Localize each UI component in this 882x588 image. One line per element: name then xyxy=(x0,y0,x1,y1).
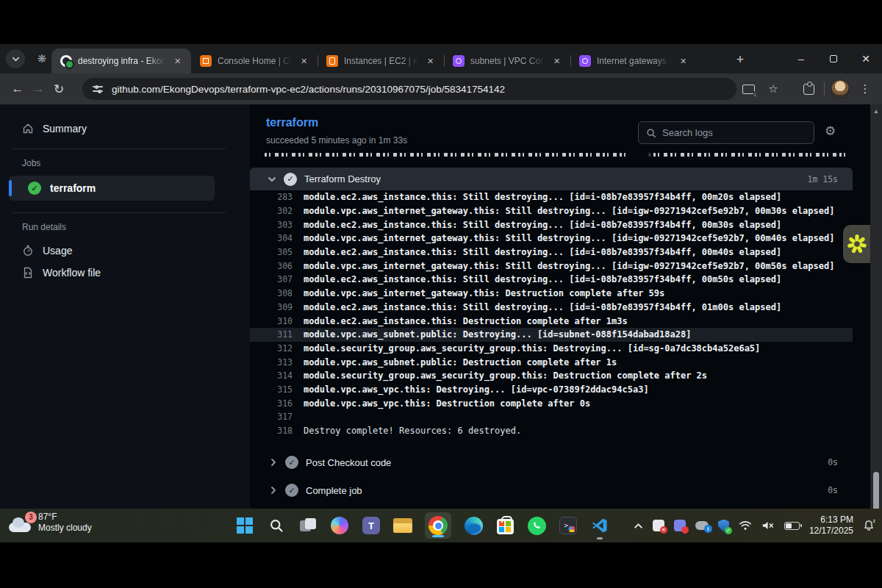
log-line-number[interactable]: 302 xyxy=(250,206,293,216)
log-line-number[interactable]: 304 xyxy=(250,233,293,243)
log-line-number[interactable]: 308 xyxy=(250,288,293,298)
vscode-button[interactable] xyxy=(590,516,609,535)
scroll-up-arrow[interactable]: ▲ xyxy=(870,108,882,115)
tab-close-button[interactable]: ✕ xyxy=(551,55,563,68)
windows-security-tray-icon[interactable] xyxy=(718,520,729,532)
log-line-number[interactable]: 305 xyxy=(250,247,293,257)
antivirus-tray-icon[interactable]: ✕ xyxy=(653,520,664,531)
github-page: Summary Jobs ✓ terraform Run details Usa… xyxy=(0,104,882,509)
browser-tab[interactable]: Instances | EC2 | eu-nor ✕ xyxy=(318,49,444,74)
notification-badge: 3 xyxy=(25,512,37,523)
edge-button[interactable] xyxy=(464,516,483,535)
browser-tab[interactable]: Console Home | Consol ✕ xyxy=(191,49,318,74)
browser-tab[interactable]: Internet gateways | VPC ✕ xyxy=(570,49,697,74)
url-text[interactable]: github.com/EkongDevops/terraform-vpc-ec2… xyxy=(112,84,505,95)
notification-center-button[interactable]: z xyxy=(863,520,875,531)
microsoft-store-button[interactable] xyxy=(495,516,514,535)
taskbar-search-button[interactable] xyxy=(267,516,286,535)
sidebar-item-usage[interactable]: Usage xyxy=(0,240,250,262)
step-terraform-destroy[interactable]: ✓ Terraform Destroy 1m 15s xyxy=(250,168,853,190)
log-line-text: module.ec2.aws_instance.this: Still dest… xyxy=(304,247,781,257)
back-button[interactable]: ← xyxy=(7,79,28,99)
log-line-number[interactable]: 283 xyxy=(250,192,293,202)
site-settings-icon[interactable] xyxy=(93,85,104,93)
scrollbar-thumb[interactable] xyxy=(873,472,879,512)
volume-button[interactable] xyxy=(761,520,775,531)
whatsapp-button[interactable] xyxy=(527,516,546,535)
chevron-right-icon[interactable] xyxy=(269,458,278,467)
tab-search-button[interactable] xyxy=(6,49,25,68)
log-line-number[interactable]: 317 xyxy=(250,412,293,422)
job-name-label: terraform xyxy=(50,182,96,194)
tab-close-button[interactable]: ✕ xyxy=(298,55,310,68)
step-complete-job[interactable]: ✓ Complete job 0s xyxy=(250,479,853,501)
teams-button[interactable]: T xyxy=(362,516,381,535)
install-icon xyxy=(742,85,755,94)
hidden-icons-button[interactable] xyxy=(634,521,643,531)
maximize-button[interactable] xyxy=(817,44,850,74)
task-view-button[interactable] xyxy=(298,516,318,535)
scroll-down-arrow[interactable]: ▼ xyxy=(870,498,882,505)
extensions-button[interactable] xyxy=(799,79,818,98)
log-line-number[interactable]: 316 xyxy=(250,398,293,409)
browser-menu-button[interactable]: ⋮ xyxy=(856,79,875,98)
close-window-button[interactable]: ✕ xyxy=(850,44,882,74)
log-line-number[interactable]: 303 xyxy=(250,220,293,230)
job-title[interactable]: terraform xyxy=(266,116,318,129)
terminal-button[interactable]: >_ xyxy=(559,516,578,535)
chrome-button-active[interactable] xyxy=(425,512,451,539)
browser-tab[interactable]: destroying infra - Ekong ✕ xyxy=(51,49,191,74)
log-line-number[interactable]: 309 xyxy=(250,302,293,312)
log-line-number[interactable]: 318 xyxy=(250,426,293,436)
weather-widget[interactable]: 3 87°F Mostly cloudy xyxy=(7,512,92,534)
assistant-flyout-tab[interactable] xyxy=(843,225,870,263)
log-line-number[interactable]: 307 xyxy=(250,274,293,284)
install-app-button[interactable] xyxy=(739,79,758,98)
sidebar-item-job-terraform[interactable]: ✓ terraform xyxy=(9,176,215,201)
tab-close-button[interactable]: ✕ xyxy=(171,55,184,68)
start-button[interactable] xyxy=(235,516,254,535)
clock-date: 12/17/2025 xyxy=(809,526,853,537)
teams-tray-icon[interactable] xyxy=(674,520,686,531)
browser-tab[interactable]: subnets | VPC Console ✕ xyxy=(444,49,570,74)
log-line: 309 module.ec2.aws_instance.this: Still … xyxy=(250,301,853,315)
sidebar-divider xyxy=(12,212,226,213)
forward-button[interactable]: → xyxy=(28,79,49,99)
minimize-button[interactable]: – xyxy=(785,44,817,74)
search-logs-box[interactable] xyxy=(638,121,814,144)
new-tab-button[interactable]: + xyxy=(731,51,749,68)
log-line-number[interactable]: 313 xyxy=(250,357,293,368)
taskbar-clock[interactable]: 6:13 PM 12/17/2025 xyxy=(809,514,853,537)
tab-title: Internet gateways | VPC xyxy=(597,56,671,66)
file-explorer-button[interactable] xyxy=(393,516,412,535)
log-line-number[interactable]: 306 xyxy=(250,261,293,271)
tab-favicon xyxy=(200,55,212,67)
chevron-down-icon[interactable] xyxy=(268,175,276,184)
sidebar-item-workflow-file[interactable]: Workflow file xyxy=(0,262,250,284)
log-line: 311 module.vpc.aws_subnet.public: Destro… xyxy=(250,328,853,342)
reload-button[interactable]: ↻ xyxy=(49,79,69,99)
log-line-number[interactable]: 310 xyxy=(250,316,293,326)
vscode-icon xyxy=(592,517,608,534)
search-logs-input[interactable] xyxy=(662,127,787,138)
job-status-text: succeeded 5 minutes ago in 1m 33s xyxy=(266,135,407,146)
wifi-button[interactable] xyxy=(739,520,752,531)
battery-button[interactable] xyxy=(784,522,800,530)
log-line-number[interactable]: 311 xyxy=(250,329,293,340)
log-line-number[interactable]: 312 xyxy=(250,343,293,354)
profile-avatar[interactable] xyxy=(831,79,850,98)
tab-close-button[interactable]: ✕ xyxy=(424,55,437,68)
address-bar[interactable]: github.com/EkongDevops/terraform-vpc-ec2… xyxy=(82,78,736,100)
bookmark-button[interactable]: ☆ xyxy=(764,79,783,98)
tab-close-button[interactable]: ✕ xyxy=(677,55,689,68)
step-post-checkout-code[interactable]: ✓ Post Checkout code 0s xyxy=(250,451,853,473)
onedrive-tray-icon[interactable] xyxy=(695,521,709,530)
sidebar-item-summary[interactable]: Summary xyxy=(0,118,250,140)
task-view-icon xyxy=(300,518,316,533)
log-line-number[interactable]: 315 xyxy=(250,384,293,395)
page-scrollbar[interactable]: ▲ ▼ xyxy=(870,104,882,509)
chevron-right-icon[interactable] xyxy=(269,486,278,495)
log-line-number[interactable]: 314 xyxy=(250,370,293,381)
log-settings-button[interactable]: ⚙ xyxy=(825,123,836,139)
copilot-button[interactable] xyxy=(330,516,349,535)
